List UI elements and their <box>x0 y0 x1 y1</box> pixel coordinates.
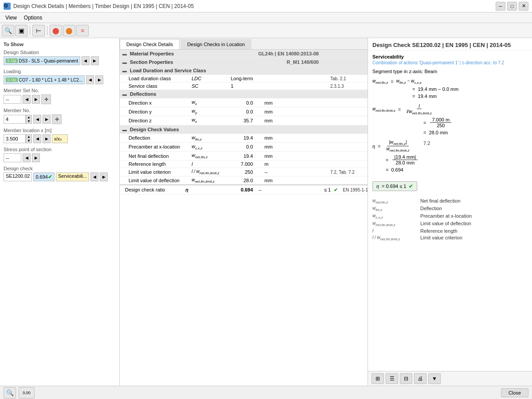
member-location-value[interactable]: 3.500 <box>4 134 26 143</box>
loading-label: Loading <box>4 69 116 74</box>
rp-segment: Segment type in z-axis: Beam <box>372 69 528 74</box>
member-no-spinner[interactable]: ▲▼ <box>26 115 32 124</box>
ratio-value: 0.694 <box>222 185 255 195</box>
formula-limit-row1: wnet,fin,limit,z = l l/wnet,fin,limit,z <box>372 103 528 115</box>
tab-bar: Design Check Details Design Checks in Lo… <box>120 38 368 50</box>
rp-subtitle1: Serviceability <box>372 54 528 59</box>
member-location-spinner[interactable]: ▲▼ <box>26 134 32 143</box>
legend-var-l: l <box>372 228 417 234</box>
ratio-unit: -- <box>256 185 321 195</box>
wcxz-unit: mm <box>256 142 321 151</box>
formula-limit-val: 28.0 mm <box>429 130 448 135</box>
sc-var: SC <box>183 82 222 90</box>
rp-toolbar-table-btn[interactable]: ⊞ <box>372 373 384 384</box>
expand-section-icon[interactable]: ▬ <box>122 60 127 65</box>
member-set-select[interactable]: -- <box>4 95 21 104</box>
member-set-cursor[interactable]: ✛ <box>41 94 51 104</box>
expand-load-icon[interactable]: ▬ <box>122 68 127 73</box>
toolbar-color1-btn[interactable]: ⬤ <box>50 25 62 36</box>
limitcrit-var: l / wnet,fin,limit,z <box>183 168 222 176</box>
stress-point-next[interactable]: ▶ <box>32 153 40 162</box>
stress-point-row: -- ◀ ▶ <box>4 153 116 162</box>
member-no-next[interactable]: ▶ <box>43 115 51 124</box>
right-panel-title: Design Check SE1200.02 | EN 1995 | CEN |… <box>372 42 528 48</box>
member-location-spinbox: 3.500 ▲▼ <box>4 134 32 143</box>
reflength-label: Reference length <box>120 160 183 168</box>
wz-label: Direction z <box>120 116 183 125</box>
dc-ratio-value: 0.694 <box>35 174 48 180</box>
right-panel-toolbar: ⊞ ☰ ⊟ 🖨 ▼ <box>368 371 532 386</box>
close-button[interactable]: Close <box>501 388 528 397</box>
member-no-prev[interactable]: ◀ <box>33 115 41 124</box>
legend-wnetfinz: wnet,fin,z Net final deflection <box>372 198 528 204</box>
loading-next[interactable]: ▶ <box>95 75 103 84</box>
dc-type[interactable]: Serviceabili... <box>56 172 89 181</box>
formula-eta-row3: = 0.694 <box>386 167 419 172</box>
member-location-next[interactable]: ▶ <box>43 134 51 143</box>
tab-design-checks-location[interactable]: Design Checks in Location <box>180 39 251 49</box>
rp-toolbar-print-btn[interactable]: 🖨 <box>414 373 426 384</box>
stress-point-label: Stress point of section <box>4 147 116 152</box>
eta-eq3: = <box>386 167 388 172</box>
rp-toolbar-expand-btn[interactable]: ▼ <box>428 373 441 384</box>
toolbar-member-btn[interactable]: ⊢ <box>32 25 45 36</box>
wy-var: wy <box>183 107 222 116</box>
loading-combo[interactable]: S Op CO7 - 1.60 * LC1 + 1.48 * LC2... <box>4 75 85 84</box>
member-location-mode[interactable]: x/x₀ <box>52 134 68 143</box>
dc-prev[interactable]: ◀ <box>90 172 98 181</box>
expand-material-icon[interactable]: ▬ <box>122 51 127 56</box>
eta-val: 0.694 <box>391 167 403 172</box>
expand-deflections-icon[interactable]: ▬ <box>122 92 127 97</box>
member-location-prev[interactable]: ◀ <box>33 134 41 143</box>
group-deflections: ▬ Deflections <box>120 90 368 98</box>
design-situation-combo[interactable]: S Op DS3 - SLS - Quasi-permanent <box>4 56 80 65</box>
loading-prev[interactable]: ◀ <box>86 75 94 84</box>
member-no-cursor[interactable]: ✛ <box>52 114 62 124</box>
toolbar-color3-btn[interactable]: ≡ <box>76 25 89 36</box>
wz-var: wz <box>183 116 222 125</box>
limitcrit-value: 250 <box>222 168 255 176</box>
toolbar-search-btn[interactable]: 🔍 <box>2 25 14 36</box>
design-situation-next[interactable]: ▶ <box>91 56 99 65</box>
group-load-duration: ▬ Load Duration and Service Class <box>120 66 368 75</box>
minimize-button[interactable]: ─ <box>496 2 505 11</box>
member-no-value[interactable]: 4 <box>4 115 26 124</box>
wz-unit: mm <box>256 116 321 125</box>
maximize-button[interactable]: □ <box>507 2 517 11</box>
toolbar-select-btn[interactable]: ▣ <box>15 25 27 36</box>
formula-limit-den2: 250 <box>435 123 446 128</box>
wx-var: wx <box>183 98 222 107</box>
wy-label: Direction y <box>120 107 183 116</box>
formula-wnet-rhs: wfin,z − wc,x,z <box>396 78 422 85</box>
rp-toolbar-list-btn[interactable]: ☰ <box>386 373 398 384</box>
dc-ratio[interactable]: 0.694 ✔ <box>33 172 55 181</box>
status-search-btn[interactable]: 🔍 <box>4 387 16 399</box>
stress-point-select[interactable]: -- <box>4 153 21 162</box>
middle-panel: Design Check Details Design Checks in Lo… <box>120 38 368 386</box>
member-set-prev[interactable]: ◀ <box>23 95 31 104</box>
wfinz-unit: mm <box>256 133 321 142</box>
legend-wcxz: wc,x,z Precamber at x-location <box>372 213 528 219</box>
tab-design-check-details[interactable]: Design Check Details <box>120 39 180 49</box>
status-value-btn[interactable]: 0,00 <box>19 387 35 399</box>
menu-view[interactable]: View <box>2 14 20 22</box>
legend-desc-wnetfinlimitz: Limit value of deflection <box>420 221 471 227</box>
rp-toolbar-grid-btn[interactable]: ⊟ <box>400 373 412 384</box>
result-check-icon: ✔ <box>409 183 413 189</box>
design-situation-row: S Op DS3 - SLS - Quasi-permanent ◀ ▶ <box>4 56 116 65</box>
toolbar-color2-btn[interactable]: ⬤ <box>63 25 75 36</box>
formula-wnet-eq2: = <box>412 86 415 92</box>
eta-var: η <box>372 144 375 149</box>
legend-l: l Reference length <box>372 228 528 234</box>
expand-dcv-icon[interactable]: ▬ <box>122 127 127 132</box>
member-set-next[interactable]: ▶ <box>32 95 40 104</box>
group-section-label: Section Properties <box>130 59 173 65</box>
dc-id[interactable]: SE1200.02 <box>4 172 32 181</box>
design-situation-prev[interactable]: ◀ <box>82 56 90 65</box>
stress-point-prev[interactable]: ◀ <box>23 153 31 162</box>
loading-row: S Op CO7 - 1.60 * LC1 + 1.48 * LC2... ◀ … <box>4 75 116 84</box>
close-window-button[interactable]: ✕ <box>519 2 528 11</box>
dc-next[interactable]: ▶ <box>100 172 108 181</box>
formula-limit-num2: 7.000 m <box>430 117 451 123</box>
menu-options[interactable]: Options <box>20 14 46 22</box>
